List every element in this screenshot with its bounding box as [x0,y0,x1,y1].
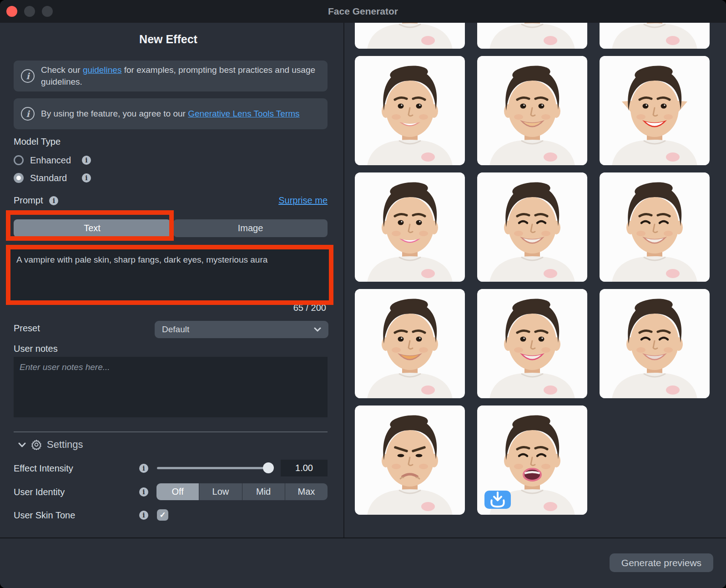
chevron-down-icon [314,327,321,332]
user-skin-tone-label: User Skin Tone [14,510,75,521]
info-icon[interactable]: i [139,487,148,497]
prompt-label-row: Prompt i [14,195,58,206]
identity-max-button[interactable]: Max [285,483,328,500]
effect-intensity-value: 1.00 [281,460,328,476]
face-preview-tile[interactable] [477,56,587,165]
download-icon [484,491,511,509]
effect-intensity-label: Effect Intensity [14,463,73,474]
preset-value: Default [155,324,314,335]
page-title: New Effect [0,33,337,46]
prompt-input[interactable]: A vampire with pale skin, sharp fangs, d… [10,249,329,300]
face-preview-tile[interactable] [600,172,710,282]
titlebar: Face Generator [0,0,726,23]
character-counter: 65 / 200 [293,303,326,313]
effect-intensity-slider[interactable] [157,467,269,469]
terms-text: By using the feature, you agree to our G… [41,108,300,120]
footer-bar: Generate previews [0,538,726,588]
radio-enhanced-label: Enhanced [30,155,76,166]
surprise-me-link[interactable]: Surprise me [278,195,328,206]
terms-link[interactable]: Generative Lens Tools Terms [188,109,299,118]
slider-thumb[interactable] [263,462,274,473]
identity-mid-button[interactable]: Mid [242,483,285,500]
preset-dropdown[interactable]: Default [155,321,328,338]
face-preview-tile[interactable] [477,23,587,49]
face-preview-tile[interactable] [600,23,710,49]
user-notes-input[interactable] [14,357,328,417]
user-skin-tone-checkbox[interactable]: ✓ [157,509,168,521]
radio-unselected-icon[interactable] [14,155,24,165]
face-preview-tile[interactable] [355,23,465,49]
settings-header[interactable]: Settings [18,439,83,451]
gear-icon [31,439,42,450]
face-preview-tile[interactable] [600,56,710,165]
identity-off-button[interactable]: Off [156,483,199,500]
face-preview-tile[interactable] [355,172,465,282]
info-icon[interactable]: i [139,511,148,520]
guidelines-link[interactable]: guidelines [83,65,122,75]
user-notes-label: User notes [14,344,58,354]
info-icon: i [21,69,35,83]
guidelines-text: Check our guidelines for examples, promp… [41,64,320,88]
info-icon[interactable]: i [49,196,58,205]
face-preview-tile[interactable] [477,289,587,398]
terms-info-box: i By using the feature, you agree to our… [14,98,328,129]
generate-previews-button[interactable]: Generate previews [610,553,713,572]
radio-enhanced[interactable]: Enhanced i [14,154,91,167]
face-preview-tile[interactable] [355,289,465,398]
face-preview-tile[interactable] [355,56,465,165]
info-icon[interactable]: i [82,173,91,182]
divider [14,431,328,432]
user-identity-segmented-control: Off Low Mid Max [156,483,328,500]
info-icon[interactable]: i [139,464,148,473]
info-icon[interactable]: i [82,156,91,165]
settings-title: Settings [47,439,83,451]
radio-standard[interactable]: Standard i [14,172,91,184]
preview-gallery[interactable] [344,23,726,537]
prompt-label: Prompt [14,195,43,206]
face-preview-tile[interactable] [477,172,587,282]
effect-form-panel: New Effect i Check our guidelines for ex… [0,23,337,537]
radio-selected-icon[interactable] [14,173,24,183]
model-type-label: Model Type [14,137,60,147]
preset-label: Preset [14,323,40,334]
download-button[interactable] [484,491,511,509]
info-icon: i [21,107,35,121]
face-preview-tile[interactable] [477,406,587,515]
panel-divider [343,23,344,537]
guidelines-info-box: i Check our guidelines for examples, pro… [14,61,328,91]
face-preview-tile[interactable] [355,406,465,515]
tab-text[interactable]: Text [14,219,171,237]
radio-standard-label: Standard [30,173,76,183]
face-preview-tile[interactable] [600,289,710,398]
identity-low-button[interactable]: Low [199,483,242,500]
app-window: Face Generator New Effect i Check our gu… [0,0,726,588]
window-title: Face Generator [0,0,726,23]
preview-grid [355,23,710,515]
chevron-down-icon [18,442,26,447]
user-identity-label: User Identity [14,487,65,497]
tab-image[interactable]: Image [173,219,328,237]
